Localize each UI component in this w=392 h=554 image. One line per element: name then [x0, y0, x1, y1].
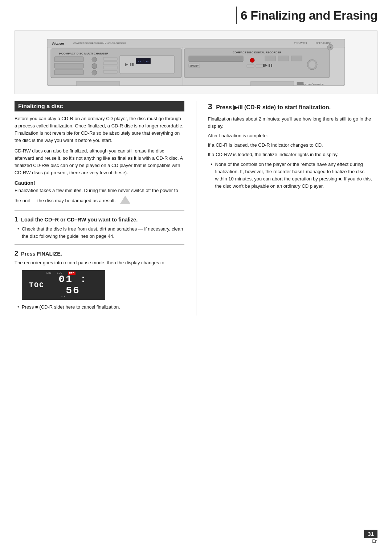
- caution-text-content: Finalization takes a few minutes. During…: [15, 188, 178, 203]
- section-heading: Finalizing a disc: [15, 101, 184, 111]
- intro-paragraph-2: CD-RW discs can also be finalized, altho…: [15, 147, 184, 177]
- page-number-badge: 31: [364, 530, 377, 538]
- step-3-text3: If a CD-R is loaded, the CD-R indicator …: [208, 142, 378, 149]
- step-3-text4: If a CD-RW is loaded, the finalize indic…: [208, 151, 378, 158]
- svg-rect-17: [103, 70, 117, 73]
- content-area: Finalizing a disc Before you can play a …: [0, 101, 392, 315]
- svg-text:LegaLink Conversion: LegaLink Conversion: [301, 83, 323, 86]
- svg-rect-16: [103, 66, 117, 69]
- svg-text:COMPACT DISC RECORDER / MULTI-: COMPACT DISC RECORDER / MULTI-CD CHANGER: [73, 42, 127, 44]
- page-title-block: 6 Finalizing and Erasing: [236, 7, 377, 24]
- right-column: 3 Press ▶/II (CD-R side) to start finali…: [196, 101, 378, 315]
- step-1-heading-text: Load the CD–R or CD–RW you want to final…: [21, 217, 138, 223]
- step-2-cancel-bullet: Press ■ (CD-R side) here to cancel final…: [19, 304, 184, 311]
- svg-rect-34: [278, 56, 289, 61]
- step-2-heading: 2 Press FINALIZE.: [15, 249, 184, 258]
- svg-rect-20: [130, 63, 131, 66]
- svg-text:3•COMPACT DISC MULTI CHANGER: 3•COMPACT DISC MULTI CHANGER: [58, 52, 108, 55]
- svg-rect-37: [269, 64, 270, 67]
- svg-rect-45: [250, 81, 294, 86]
- svg-point-11: [92, 57, 97, 62]
- caution-block: Caution! Finalization takes a few minute…: [15, 180, 184, 204]
- device-svg: Pioneer COMPACT DISC RECORDER / MULTI-CD…: [47, 36, 345, 89]
- step-2-text: The recorder goes into record-pause mode…: [15, 259, 184, 266]
- toc-time: 01 : 56: [48, 274, 98, 296]
- svg-rect-39: [263, 64, 265, 67]
- step-3-block: 3 Press ▶/II (CD-R side) to start finali…: [208, 101, 378, 190]
- step-2-heading-text: Press FINALIZE.: [21, 251, 62, 257]
- svg-text:-- : --: -- : --: [138, 60, 148, 63]
- svg-rect-27: [189, 56, 243, 62]
- toc-display: MIN SEC REC TOC 01 : 56 ••: [22, 270, 105, 300]
- step-3-bullet-1: None of the controls on the player or th…: [212, 161, 378, 190]
- svg-rect-14: [103, 57, 117, 60]
- svg-rect-31: [247, 65, 254, 68]
- svg-text:+: +: [330, 46, 331, 49]
- toc-labels-top: MIN SEC REC: [46, 272, 75, 275]
- step-3-number: 3: [208, 102, 212, 111]
- page-header: 6 Finalizing and Erasing: [0, 0, 392, 24]
- svg-rect-10: [54, 70, 83, 75]
- svg-text:STANDBY: STANDBY: [189, 65, 199, 67]
- intro-paragraph-1: Before you can play a CD-R on an ordinar…: [15, 115, 184, 144]
- svg-rect-32: [256, 65, 263, 68]
- step-2-number: 2: [15, 250, 18, 257]
- divider-1: [15, 210, 184, 211]
- step-1-heading: 1 Load the CD–R or CD–RW you want to fin…: [15, 215, 184, 224]
- svg-rect-15: [103, 62, 117, 65]
- svg-point-30: [250, 58, 254, 62]
- step-3-text1: Finalization takes about 2 minutes; you'…: [208, 115, 378, 130]
- left-column: Finalizing a disc Before you can play a …: [15, 101, 184, 315]
- svg-rect-38: [271, 64, 272, 67]
- toc-min-label: MIN: [46, 272, 51, 275]
- svg-text:COMPACT DISC DIGITAL RECORDER: COMPACT DISC DIGITAL RECORDER: [233, 51, 281, 54]
- step-3-heading: 3 Press ▶/II (CD-R side) to start finali…: [208, 101, 378, 113]
- svg-point-41: [309, 61, 316, 68]
- step-1-block: 1 Load the CD–R or CD–RW you want to fin…: [15, 215, 184, 240]
- step-3-text2: After finalization is complete:: [208, 132, 378, 139]
- device-image-area: Pioneer COMPACT DISC RECORDER / MULTI-CD…: [15, 30, 377, 94]
- svg-point-13: [92, 70, 97, 75]
- svg-rect-21: [132, 63, 134, 66]
- toc-dots: ••: [61, 295, 66, 298]
- step-3-heading-text: Press ▶/II (CD-R side) to start finaliza…: [216, 104, 331, 110]
- page-number-block: 31 En: [364, 530, 377, 544]
- device-illustration: Pioneer COMPACT DISC RECORDER / MULTI-CD…: [15, 34, 377, 90]
- caution-text: Finalization takes a few minutes. During…: [15, 187, 184, 204]
- caution-triangle-icon: [120, 196, 130, 204]
- page-title: 6 Finalizing and Erasing: [236, 7, 377, 24]
- svg-rect-35: [291, 56, 302, 61]
- svg-text:Pioneer: Pioneer: [52, 42, 65, 45]
- caution-title: Caution!: [15, 180, 184, 186]
- toc-sec-label: SEC: [57, 272, 62, 275]
- svg-rect-8: [54, 57, 83, 62]
- svg-text:OPEN/CLOSE: OPEN/CLOSE: [316, 42, 331, 44]
- page-lang-label: En: [372, 539, 377, 544]
- toc-label: TOC: [29, 281, 44, 289]
- svg-text:PDR-W839: PDR-W839: [294, 42, 307, 44]
- toc-rec-badge: REC: [68, 272, 75, 275]
- title-bar-decoration: [236, 7, 237, 24]
- svg-rect-9: [54, 63, 83, 68]
- svg-rect-44: [76, 81, 120, 86]
- divider-2: [15, 244, 184, 245]
- step-1-number: 1: [15, 216, 18, 223]
- svg-point-12: [92, 64, 97, 69]
- step-2-block: 2 Press FINALIZE. The recorder goes into…: [15, 249, 184, 311]
- svg-rect-33: [265, 56, 276, 61]
- page-title-text: 6 Finalizing and Erasing: [241, 8, 377, 23]
- step-1-bullet-1: Check that the disc is free from dust, d…: [19, 225, 184, 240]
- svg-rect-47: [297, 82, 303, 85]
